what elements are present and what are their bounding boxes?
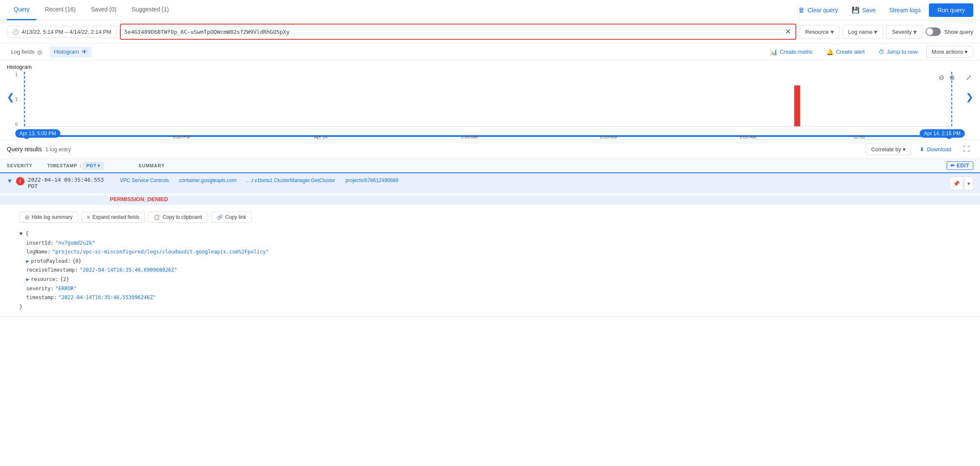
tick-6am: 6:00 AM [600, 134, 617, 139]
link-icon: 🔗 [217, 214, 223, 220]
chevron-down-icon-3: ▾ [913, 28, 917, 36]
tab-suggested[interactable]: Suggested (1) [125, 0, 176, 20]
date-range-button[interactable]: 🕐 4/13/22, 5:14 PM – 4/14/22, 2:14 PM [7, 26, 117, 38]
y-label-2: 1 [15, 97, 18, 102]
show-query-area: Show query [926, 27, 973, 36]
severity-filter-button[interactable]: Severity ▾ [886, 25, 922, 39]
chevron-down-icon-4: ▾ [965, 49, 968, 55]
pin-button[interactable]: 📌 [950, 177, 963, 190]
expand-nested-button[interactable]: ≡ Expand nested fields [81, 212, 145, 223]
copy-to-clipboard-button[interactable]: 📋 Copy to clipboard [148, 212, 207, 223]
nested-icon: ≡ [87, 214, 90, 220]
tag-project[interactable]: projects/676612490989 [341, 177, 402, 184]
th-summary: SUMMARY ✏ EDIT [138, 161, 973, 170]
pdt-badge[interactable]: PDT ▾ [83, 162, 103, 169]
chevron-down-icon-6: ▾ [98, 163, 100, 169]
results-title: Query results [7, 146, 42, 153]
y-label-1: 1 [15, 72, 18, 77]
tab-recent[interactable]: Recent (16) [38, 0, 82, 20]
tab-query[interactable]: Query [7, 0, 36, 20]
search-box: ✕ [120, 24, 796, 40]
tag-container-api[interactable]: container.googleapis.com [175, 177, 241, 184]
show-query-toggle[interactable] [926, 27, 941, 36]
y-label-3: 0 [15, 122, 18, 127]
clear-query-button[interactable]: 🗑 Clear query [793, 4, 843, 16]
copy-link-button[interactable]: 🔗 Copy link [211, 212, 252, 223]
log-fields-button[interactable]: Log fields ◎ [7, 46, 46, 57]
run-query-button[interactable]: Run query [929, 3, 973, 17]
top-nav: Query Recent (16) Saved (0) Suggested (1… [0, 0, 980, 20]
save-icon: 💾 [852, 6, 860, 14]
log-detail-actions: ◎ Hide log summary ≡ Expand nested field… [19, 208, 973, 226]
stream-logs-button[interactable]: Stream logs [884, 4, 926, 16]
tab-saved[interactable]: Saved (0) [84, 0, 123, 20]
sort-icon: ↑ [79, 163, 81, 168]
chevron-down-icon-2: ▾ [874, 28, 877, 36]
chevron-down-icon-5: ▾ [903, 146, 906, 153]
clock-icon: 🕐 [12, 29, 19, 35]
log-tags: VPC Service Controls container.googleapi… [116, 177, 946, 184]
create-alert-button[interactable]: 🔔 Create alert [821, 46, 870, 57]
tick-12: 12:00 [853, 134, 865, 139]
log-expand-icon[interactable]: ▼ [7, 177, 13, 184]
timeline-start-label[interactable]: Apr 13, 5:00 PM [15, 129, 60, 138]
log-name-filter-button[interactable]: Log name ▾ [843, 25, 883, 39]
create-metric-button[interactable]: 📊 Create metric [765, 46, 818, 57]
tick-9am: 9:00 AM [739, 134, 756, 139]
results-count: 1 log entry [45, 146, 71, 153]
tick-9pm: 9:00 PM [173, 134, 190, 139]
download-button[interactable]: ⬇ Download [915, 144, 956, 155]
json-resource: ▶ resource: {2} [26, 275, 973, 284]
save-button[interactable]: 💾 Save [847, 4, 881, 16]
json-open-brace: ▼ { [19, 229, 973, 239]
th-severity: SEVERITY [7, 163, 41, 168]
json-proto-payload: ▶ protoPayload: {8} [26, 257, 973, 266]
json-close-brace: } [19, 302, 973, 312]
edit-columns-button[interactable]: ✏ EDIT [947, 161, 973, 170]
histogram-button[interactable]: Histogram 👁 [50, 46, 92, 57]
permission-denied-label: PERMISSION_DENIED [0, 195, 980, 205]
histogram-right-boundary [951, 72, 952, 126]
timestamp-value[interactable]: "2022-04-14T16:35:46.553096246Z" [58, 293, 156, 302]
tick-apr14: Apr 14 [314, 134, 327, 139]
log-entry: ▼ ! 2022-04-14 09:35:46.553 PDT VPC Serv… [0, 173, 980, 317]
date-range-label: 4/13/22, 5:14 PM – 4/14/22, 2:14 PM [22, 29, 111, 35]
resource-filter-button[interactable]: Resource ▾ [800, 25, 839, 39]
search-input[interactable] [124, 29, 784, 35]
fullscreen-button[interactable]: ⛶ [960, 143, 973, 155]
histogram-expand-button[interactable]: ⤢ [964, 72, 973, 83]
histogram-next-button[interactable]: ❯ [966, 92, 973, 103]
json-timestamp: timestamp: "2022-04-14T16:35:46.55309624… [26, 293, 973, 302]
histogram-left-boundary [24, 72, 25, 126]
insert-id-value[interactable]: "nv7gumd2u2k" [55, 239, 95, 248]
json-insert-id: insertId: "nv7gumd2u2k" [26, 239, 973, 248]
json-receive-timestamp: receiveTimestamp: "2022-04-14T16:35:46.6… [26, 266, 973, 275]
tag-vpc[interactable]: VPC Service Controls [116, 177, 173, 184]
jump-to-now-button[interactable]: ⏱ Jump to now [873, 46, 923, 57]
receive-timestamp-value[interactable]: "2022-04-14T16:35:46.690968026Z" [80, 266, 177, 275]
histogram-label: Histogram [54, 49, 79, 55]
histogram-timeline: Apr 13, 5:00 PM Apr 14, 2:15 PM 9:00 PM … [24, 128, 952, 144]
eye-off-icon: ◎ [37, 49, 42, 55]
histogram-bar [794, 85, 800, 126]
log-pin-area: 📌 ▾ [950, 177, 973, 190]
json-log-name: logName: "projects/vpc-sc-misconfigured/… [26, 248, 973, 257]
th-timestamp[interactable]: TIMESTAMP ↑ PDT ▾ [47, 162, 132, 169]
timeline-track [24, 135, 952, 137]
resource-expand[interactable]: ▶ [26, 275, 29, 284]
severity-value[interactable]: "ERROR" [55, 284, 77, 294]
log-row[interactable]: ▼ ! 2022-04-14 09:35:46.553 PDT VPC Serv… [0, 173, 980, 193]
toolbar-row: Log fields ◎ Histogram 👁 📊 Create metric… [0, 44, 980, 60]
log-fields-label: Log fields [11, 49, 35, 55]
pin-dropdown-button[interactable]: ▾ [965, 177, 973, 190]
tag-cluster-manager[interactable]: …r.v1beta1.ClusterManager.GetCluster [242, 177, 339, 184]
show-query-label: Show query [944, 29, 973, 35]
timeline-end-label[interactable]: Apr 14, 2:15 PM [920, 129, 965, 138]
more-actions-button[interactable]: More actions ▾ [926, 46, 973, 57]
search-clear-button[interactable]: ✕ [784, 26, 792, 37]
log-name-value[interactable]: "projects/vpc-sc-misconfigured/logs/clou… [52, 248, 269, 257]
hide-log-summary-button[interactable]: ◎ Hide log summary [19, 212, 78, 223]
correlate-by-button[interactable]: Correlate by ▾ [866, 144, 911, 155]
proto-payload-expand[interactable]: ▶ [26, 257, 29, 266]
eye-icon: 👁 [81, 49, 87, 55]
